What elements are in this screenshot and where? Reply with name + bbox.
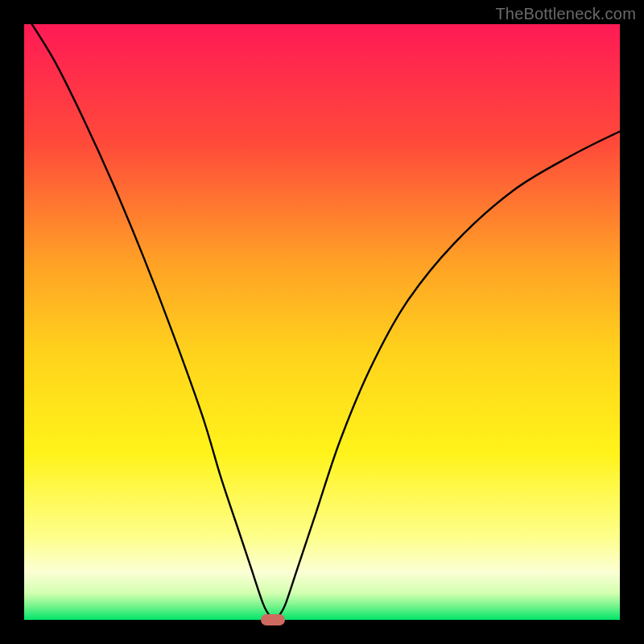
plot-frame <box>24 24 620 620</box>
svg-rect-0 <box>24 24 620 620</box>
gradient-background <box>24 24 620 620</box>
optimum-marker <box>261 614 285 625</box>
watermark-text: TheBottleneck.com <box>495 5 636 23</box>
